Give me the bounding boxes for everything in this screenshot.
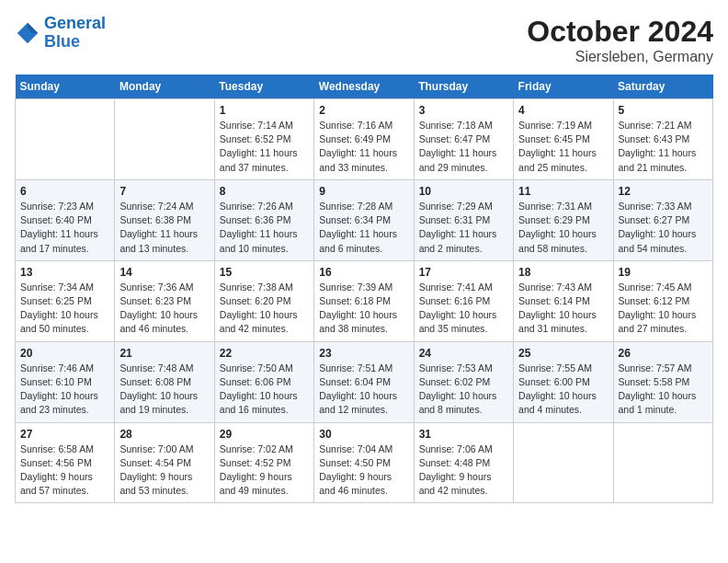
- day-number: 1: [220, 104, 309, 117]
- day-info: Sunrise: 7:02 AMSunset: 4:52 PMDaylight:…: [220, 442, 309, 499]
- day-number: 13: [20, 266, 109, 279]
- day-cell: 27Sunrise: 6:58 AMSunset: 4:56 PMDayligh…: [16, 422, 115, 503]
- week-row-4: 20Sunrise: 7:46 AMSunset: 6:10 PMDayligh…: [16, 341, 713, 422]
- day-number: 19: [619, 266, 708, 279]
- day-cell: 5Sunrise: 7:21 AMSunset: 6:43 PMDaylight…: [613, 99, 712, 180]
- day-info: Sunrise: 7:39 AMSunset: 6:18 PMDaylight:…: [319, 281, 408, 337]
- logo-icon: [15, 20, 40, 46]
- day-info: Sunrise: 7:45 AMSunset: 6:12 PMDaylight:…: [619, 281, 708, 337]
- day-cell: [16, 99, 115, 180]
- weekday-tuesday: Tuesday: [214, 75, 313, 99]
- day-info: Sunrise: 7:28 AMSunset: 6:34 PMDaylight:…: [319, 200, 408, 256]
- day-info: Sunrise: 7:36 AMSunset: 6:23 PMDaylight:…: [119, 281, 209, 337]
- day-info: Sunrise: 7:34 AMSunset: 6:25 PMDaylight:…: [20, 281, 109, 337]
- day-cell: 14Sunrise: 7:36 AMSunset: 6:23 PMDayligh…: [115, 260, 214, 341]
- day-number: 9: [319, 185, 408, 198]
- day-cell: 23Sunrise: 7:51 AMSunset: 6:04 PMDayligh…: [314, 341, 414, 422]
- day-cell: 29Sunrise: 7:02 AMSunset: 4:52 PMDayligh…: [214, 422, 313, 503]
- day-cell: 9Sunrise: 7:28 AMSunset: 6:34 PMDaylight…: [314, 179, 414, 260]
- weekday-monday: Monday: [115, 75, 214, 99]
- day-number: 23: [319, 347, 408, 360]
- title-block: October 2024 Siersleben, Germany: [527, 15, 713, 65]
- day-info: Sunrise: 7:19 AMSunset: 6:45 PMDaylight:…: [518, 119, 608, 175]
- day-info: Sunrise: 7:21 AMSunset: 6:43 PMDaylight:…: [619, 119, 708, 175]
- day-cell: 12Sunrise: 7:33 AMSunset: 6:27 PMDayligh…: [613, 179, 712, 260]
- day-cell: 22Sunrise: 7:50 AMSunset: 6:06 PMDayligh…: [214, 341, 313, 422]
- weekday-wednesday: Wednesday: [314, 75, 414, 99]
- day-number: 14: [119, 266, 209, 279]
- day-number: 15: [220, 266, 309, 279]
- day-info: Sunrise: 7:53 AMSunset: 6:02 PMDaylight:…: [419, 362, 508, 418]
- day-cell: 25Sunrise: 7:55 AMSunset: 6:00 PMDayligh…: [514, 341, 613, 422]
- calendar-table: SundayMondayTuesdayWednesdayThursdayFrid…: [15, 75, 713, 503]
- day-number: 28: [119, 428, 209, 441]
- day-number: 5: [619, 104, 708, 117]
- day-info: Sunrise: 7:24 AMSunset: 6:38 PMDaylight:…: [119, 200, 209, 256]
- day-number: 7: [119, 185, 209, 198]
- day-info: Sunrise: 7:48 AMSunset: 6:08 PMDaylight:…: [119, 362, 209, 418]
- week-row-5: 27Sunrise: 6:58 AMSunset: 4:56 PMDayligh…: [16, 422, 713, 503]
- day-number: 4: [518, 104, 608, 117]
- week-row-1: 1Sunrise: 7:14 AMSunset: 6:52 PMDaylight…: [16, 99, 713, 180]
- weekday-friday: Friday: [514, 75, 613, 99]
- weekday-saturday: Saturday: [613, 75, 712, 99]
- day-number: 30: [319, 428, 408, 441]
- day-cell: 31Sunrise: 7:06 AMSunset: 4:48 PMDayligh…: [414, 422, 513, 503]
- weekday-header-row: SundayMondayTuesdayWednesdayThursdayFrid…: [16, 75, 713, 99]
- day-number: 31: [419, 428, 508, 441]
- day-cell: 8Sunrise: 7:26 AMSunset: 6:36 PMDaylight…: [214, 179, 313, 260]
- day-cell: 18Sunrise: 7:43 AMSunset: 6:14 PMDayligh…: [514, 260, 613, 341]
- day-cell: 20Sunrise: 7:46 AMSunset: 6:10 PMDayligh…: [16, 341, 115, 422]
- day-info: Sunrise: 7:06 AMSunset: 4:48 PMDaylight:…: [419, 442, 508, 499]
- day-cell: 2Sunrise: 7:16 AMSunset: 6:49 PMDaylight…: [314, 99, 414, 180]
- day-info: Sunrise: 7:00 AMSunset: 4:54 PMDaylight:…: [119, 442, 209, 499]
- day-info: Sunrise: 7:26 AMSunset: 6:36 PMDaylight:…: [220, 200, 309, 256]
- day-number: 21: [119, 347, 209, 360]
- day-number: 2: [319, 104, 408, 117]
- day-number: 27: [20, 428, 109, 441]
- day-cell: 6Sunrise: 7:23 AMSunset: 6:40 PMDaylight…: [16, 179, 115, 260]
- day-number: 6: [20, 185, 109, 198]
- day-info: Sunrise: 7:23 AMSunset: 6:40 PMDaylight:…: [20, 200, 109, 256]
- calendar-title: October 2024: [527, 15, 713, 49]
- day-info: Sunrise: 7:33 AMSunset: 6:27 PMDaylight:…: [619, 200, 708, 256]
- day-number: 16: [319, 266, 408, 279]
- day-number: 24: [419, 347, 508, 360]
- day-number: 17: [419, 266, 508, 279]
- day-info: Sunrise: 7:14 AMSunset: 6:52 PMDaylight:…: [220, 119, 309, 175]
- weekday-sunday: Sunday: [16, 75, 115, 99]
- week-row-3: 13Sunrise: 7:34 AMSunset: 6:25 PMDayligh…: [16, 260, 713, 341]
- day-info: Sunrise: 7:38 AMSunset: 6:20 PMDaylight:…: [220, 281, 309, 337]
- day-cell: 16Sunrise: 7:39 AMSunset: 6:18 PMDayligh…: [314, 260, 414, 341]
- day-number: 8: [220, 185, 309, 198]
- day-info: Sunrise: 7:43 AMSunset: 6:14 PMDaylight:…: [518, 281, 608, 337]
- day-cell: 1Sunrise: 7:14 AMSunset: 6:52 PMDaylight…: [214, 99, 313, 180]
- day-cell: 24Sunrise: 7:53 AMSunset: 6:02 PMDayligh…: [414, 341, 513, 422]
- day-number: 10: [419, 185, 508, 198]
- day-number: 11: [518, 185, 608, 198]
- logo-text: General Blue: [44, 15, 106, 52]
- day-cell: 26Sunrise: 7:57 AMSunset: 5:58 PMDayligh…: [613, 341, 712, 422]
- day-info: Sunrise: 7:50 AMSunset: 6:06 PMDaylight:…: [220, 362, 309, 418]
- day-cell: 30Sunrise: 7:04 AMSunset: 4:50 PMDayligh…: [314, 422, 414, 503]
- day-info: Sunrise: 7:41 AMSunset: 6:16 PMDaylight:…: [419, 281, 508, 337]
- week-row-2: 6Sunrise: 7:23 AMSunset: 6:40 PMDaylight…: [16, 179, 713, 260]
- day-info: Sunrise: 7:31 AMSunset: 6:29 PMDaylight:…: [518, 200, 608, 256]
- day-cell: [613, 422, 712, 503]
- day-number: 18: [518, 266, 608, 279]
- day-cell: 4Sunrise: 7:19 AMSunset: 6:45 PMDaylight…: [514, 99, 613, 180]
- logo-line2: Blue: [44, 32, 80, 51]
- day-number: 29: [220, 428, 309, 441]
- day-info: Sunrise: 6:58 AMSunset: 4:56 PMDaylight:…: [20, 442, 109, 499]
- day-number: 22: [220, 347, 309, 360]
- day-cell: 10Sunrise: 7:29 AMSunset: 6:31 PMDayligh…: [414, 179, 513, 260]
- day-cell: [514, 422, 613, 503]
- logo: General Blue: [15, 15, 106, 52]
- calendar-subtitle: Siersleben, Germany: [527, 49, 713, 65]
- day-number: 3: [419, 104, 508, 117]
- day-cell: 3Sunrise: 7:18 AMSunset: 6:47 PMDaylight…: [414, 99, 513, 180]
- logo-line1: General: [44, 14, 106, 32]
- day-cell: 28Sunrise: 7:00 AMSunset: 4:54 PMDayligh…: [115, 422, 214, 503]
- day-info: Sunrise: 7:57 AMSunset: 5:58 PMDaylight:…: [619, 362, 708, 418]
- day-info: Sunrise: 7:46 AMSunset: 6:10 PMDaylight:…: [20, 362, 109, 418]
